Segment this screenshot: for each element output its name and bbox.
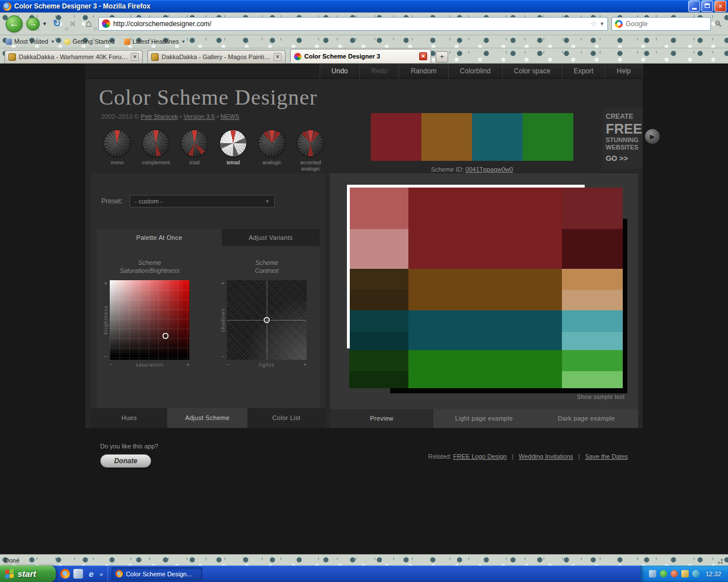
mode-mono[interactable]: mono	[100, 130, 134, 172]
ad-go-link[interactable]: GO >>	[606, 155, 639, 163]
preview-swatch[interactable]	[562, 371, 623, 388]
tab-close-icon[interactable]: ✕	[419, 52, 427, 60]
preview-swatch[interactable]	[349, 269, 408, 290]
search-magnifier-icon[interactable]: 🔍︎	[714, 19, 722, 28]
donate-button[interactable]: Donate	[100, 454, 151, 468]
related-link-logo-design[interactable]: FREE Logo Design	[453, 453, 507, 460]
preview-swatch[interactable]	[349, 310, 408, 332]
menu-export[interactable]: Export	[562, 64, 605, 78]
tray-icon[interactable]	[671, 570, 678, 577]
preview-swatch[interactable]	[562, 310, 623, 332]
menu-undo[interactable]: Undo	[320, 64, 359, 78]
contrast-picker[interactable]	[227, 280, 307, 360]
tray-icon[interactable]	[660, 570, 667, 577]
preview-swatch[interactable]	[349, 229, 408, 269]
palette-swatch[interactable]	[523, 113, 573, 161]
related-link-save-the-dates[interactable]: Save the Dates	[585, 453, 628, 460]
start-button[interactable]: start	[0, 566, 56, 582]
tab-light-page-example[interactable]: Light page example	[433, 409, 535, 428]
mode-complement[interactable]: complement	[139, 130, 173, 172]
mode-accented-analogic[interactable]: accented analogic	[293, 130, 328, 172]
preview-swatch[interactable]	[562, 229, 623, 269]
stop-button[interactable]: ✕	[67, 18, 79, 30]
mode-analogic[interactable]: analogic	[255, 130, 289, 172]
tab-dakkadakka-forums[interactable]: DakkaDakka - Warhammer 40K Forums ... ✕	[5, 50, 143, 63]
tab-close-icon[interactable]: ✕	[274, 53, 282, 61]
bookmark-most-visited[interactable]: Most Visited ▼	[6, 38, 55, 45]
tab-preview[interactable]: Preview	[330, 409, 433, 428]
tetrad-wheel-icon[interactable]	[220, 130, 246, 156]
preview-swatch[interactable]	[562, 350, 623, 371]
picker-marker[interactable]	[163, 333, 169, 339]
preview-swatch[interactable]	[562, 332, 623, 350]
internet-explorer-icon[interactable]: e	[86, 569, 96, 579]
complement-wheel-icon[interactable]	[143, 130, 169, 156]
preview-swatch[interactable]	[562, 269, 623, 290]
menu-help[interactable]: Help	[605, 64, 643, 78]
url-input[interactable]	[113, 20, 588, 28]
tray-icon[interactable]	[681, 570, 689, 577]
firefox-quicklaunch-icon[interactable]	[60, 569, 70, 579]
accented-analogic-wheel-icon[interactable]	[297, 130, 324, 156]
google-icon[interactable]	[615, 20, 623, 28]
preview-swatch[interactable]	[562, 290, 623, 310]
resize-grip[interactable]	[715, 556, 723, 564]
forward-button[interactable]: →	[26, 17, 40, 31]
preview-swatch[interactable]	[408, 188, 562, 269]
taskbar-clock[interactable]: 12:32	[705, 571, 721, 577]
tab-adjust-scheme[interactable]: Adjust Scheme	[167, 408, 247, 428]
version-link[interactable]: Version 3.5	[184, 113, 215, 120]
tab-hues[interactable]: Hues	[91, 408, 167, 428]
preview-swatch[interactable]	[349, 332, 408, 350]
bookmark-getting-started[interactable]: Getting Started	[64, 38, 115, 45]
preview-swatch[interactable]	[349, 350, 408, 371]
tab-close-icon[interactable]: ✕	[131, 53, 139, 61]
preview-swatch[interactable]	[349, 290, 408, 310]
tab-dakkadakka-gallery[interactable]: DakkaDakka - Gallery - Magos Painting ..…	[147, 50, 286, 63]
tray-icon[interactable]	[692, 570, 700, 577]
preview-swatch[interactable]	[408, 269, 562, 310]
show-sample-text-link[interactable]: Show sample text	[577, 394, 624, 400]
preview-swatch[interactable]	[408, 350, 562, 388]
saturation-brightness-picker[interactable]	[110, 280, 189, 360]
mono-wheel-icon[interactable]	[104, 130, 130, 156]
home-button[interactable]: ⌂	[82, 18, 95, 30]
url-bar[interactable]: ☆ ▼	[98, 17, 608, 31]
ad-arrow-icon[interactable]: ▶	[645, 129, 660, 144]
palette-swatch[interactable]	[472, 113, 523, 161]
author-link[interactable]: Petr Stanicek	[140, 113, 177, 120]
tab-color-scheme-designer[interactable]: Color Scheme Designer 3 ✕	[290, 49, 431, 63]
minimize-button[interactable]	[688, 1, 700, 12]
menu-color-space[interactable]: Color space	[502, 64, 562, 78]
news-link[interactable]: NEWS	[221, 113, 239, 120]
menu-colorblind[interactable]: Colorblind	[448, 64, 502, 78]
palette-swatch[interactable]	[421, 113, 472, 161]
tray-icon[interactable]	[649, 570, 656, 577]
url-dropdown-icon[interactable]: ▼	[599, 21, 605, 27]
taskbar-window-button[interactable]: Color Scheme Design...	[111, 567, 202, 580]
quicklaunch-chevron-icon[interactable]: »	[100, 571, 103, 577]
mode-triad[interactable]: triad	[177, 130, 212, 172]
new-tab-button[interactable]: +	[436, 51, 448, 63]
related-link-wedding-invitations[interactable]: Wedding Invitations	[519, 453, 573, 460]
search-box[interactable]	[611, 17, 711, 31]
menu-random[interactable]: Random	[399, 64, 448, 78]
picker-marker[interactable]	[264, 317, 270, 323]
preview-swatch[interactable]	[562, 188, 623, 229]
preset-dropdown[interactable]: - custom - ▼	[130, 195, 275, 207]
tab-palette-at-once[interactable]: Palette At Once	[97, 229, 222, 246]
preview-swatch[interactable]	[408, 310, 562, 350]
bookmark-latest-headlines[interactable]: Latest Headlines ▼	[124, 38, 186, 45]
tab-color-list[interactable]: Color List	[247, 408, 325, 428]
preview-swatch[interactable]	[349, 371, 408, 388]
scheme-id-link[interactable]: 0041Tppaqw0w0	[465, 166, 513, 173]
analogic-wheel-icon[interactable]	[259, 130, 285, 156]
restore-button[interactable]	[701, 1, 713, 12]
history-dropdown-icon[interactable]: ▼	[42, 21, 47, 27]
tab-adjust-variants[interactable]: Adjust Variants	[222, 229, 320, 246]
tab-dark-page-example[interactable]: Dark page example	[535, 409, 638, 428]
search-input[interactable]	[626, 20, 714, 28]
reload-button[interactable]: ↻	[51, 18, 63, 30]
ad-banner[interactable]: CREATE FREE STUNNING WEBSITES GO >>	[602, 109, 643, 169]
close-button[interactable]: ✕	[714, 1, 726, 12]
